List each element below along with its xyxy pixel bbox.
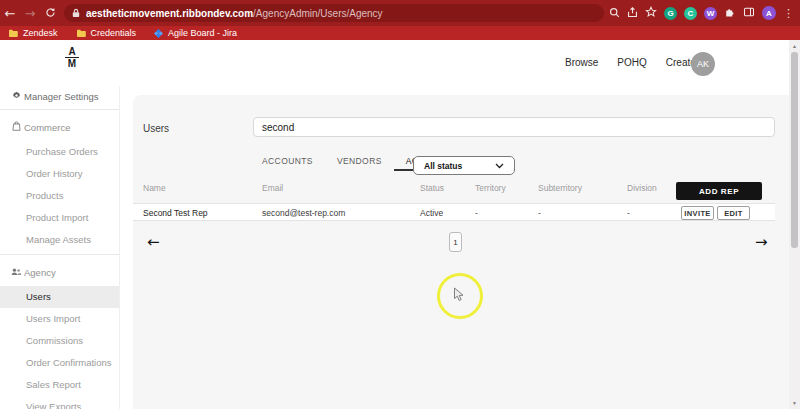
back-icon[interactable]: ← xyxy=(0,6,20,21)
column-header-status: Status xyxy=(420,183,444,193)
scroll-down-icon[interactable]: ▼ xyxy=(789,400,800,406)
cell-status: Active xyxy=(420,204,443,222)
column-header-subterritory: Subterritory xyxy=(538,183,582,193)
divider xyxy=(0,109,119,110)
column-header-territory: Territory xyxy=(475,183,506,193)
folder-icon xyxy=(76,29,86,37)
previous-page-arrow-icon[interactable]: ← xyxy=(147,233,160,251)
tab-accounts[interactable]: ACCOUNTS xyxy=(250,152,325,171)
sidebar-item-view-exports[interactable]: View Exports xyxy=(0,396,119,409)
bookmarks-bar: Zendesk Credentials Agile Board - Jira xyxy=(0,26,800,40)
w-extension-icon[interactable]: W xyxy=(704,7,717,20)
sidebar-item-order-history[interactable]: Order History xyxy=(0,163,119,185)
chevron-down-icon xyxy=(495,163,504,169)
nav-browse[interactable]: Browse xyxy=(565,57,598,68)
browser-window: ← → aestheticmovement.ribbondev.com/Agen… xyxy=(0,0,800,409)
folder-icon xyxy=(8,29,18,37)
sidebar-item-users-import[interactable]: Users Import xyxy=(0,308,119,330)
sidebar: Manager Settings Commerce Purchase Order… xyxy=(0,86,120,409)
mouse-cursor-icon xyxy=(452,287,465,306)
sidebar-item-order-confirmations[interactable]: Order Confirmations xyxy=(0,352,119,374)
divider xyxy=(0,254,119,255)
sidebar-item-product-import[interactable]: Product Import xyxy=(0,207,119,229)
cell-email: second@test-rep.com xyxy=(262,204,345,222)
search-input[interactable] xyxy=(253,117,775,137)
search-label: Users xyxy=(143,123,169,134)
add-rep-button[interactable]: ADD REP xyxy=(676,182,762,200)
table-row[interactable]: Second Test Rep second@test-rep.com Acti… xyxy=(133,203,775,221)
content-panel: Users ACCOUNTS VENDORS AGENCY All status… xyxy=(133,95,789,409)
column-header-email: Email xyxy=(262,183,283,193)
sidebar-section-agency[interactable]: Agency xyxy=(0,258,119,286)
sidebar-item-manage-assets[interactable]: Manage Assets xyxy=(0,229,119,251)
browser-menu-icon[interactable]: ⋮ xyxy=(783,7,794,20)
address-bar[interactable]: aestheticmovement.ribbondev.com/AgencyAd… xyxy=(64,4,604,22)
cell-name: Second Test Rep xyxy=(143,204,208,222)
column-header-division: Division xyxy=(627,183,657,193)
browser-toolbar: ← → aestheticmovement.ribbondev.com/Agen… xyxy=(0,0,800,26)
page-number[interactable]: 1 xyxy=(449,232,462,252)
bookmark-jira[interactable]: Agile Board - Jira xyxy=(154,28,237,38)
cell-subterritory: - xyxy=(538,204,541,222)
status-filter-dropdown[interactable]: All status xyxy=(413,156,515,175)
reload-icon[interactable] xyxy=(40,4,60,22)
sidebar-item-users[interactable]: Users xyxy=(0,286,119,308)
shopping-bag-icon xyxy=(11,121,22,133)
share-icon[interactable] xyxy=(627,4,638,22)
sidebar-item-products[interactable]: Products xyxy=(0,185,119,207)
forward-icon[interactable]: → xyxy=(20,6,40,21)
gear-icon xyxy=(11,91,22,102)
jira-icon xyxy=(154,29,163,38)
c-extension-icon[interactable]: C xyxy=(684,7,697,20)
user-avatar[interactable]: AK xyxy=(691,52,715,76)
bookmark-credentials[interactable]: Credentials xyxy=(76,28,137,38)
people-icon xyxy=(11,267,22,278)
sidebar-section-commerce[interactable]: Commerce xyxy=(0,113,119,141)
column-header-name: Name xyxy=(143,183,166,193)
page-scrollbar[interactable]: ▲ ▼ xyxy=(789,40,800,409)
side-panel-icon[interactable] xyxy=(743,4,755,22)
bookmark-star-icon[interactable] xyxy=(645,4,657,22)
sidebar-item-sales-report[interactable]: Sales Report xyxy=(0,374,119,396)
cell-territory: - xyxy=(475,204,478,222)
bookmark-zendesk[interactable]: Zendesk xyxy=(8,28,58,38)
grammarly-extension-icon[interactable]: G xyxy=(664,7,677,20)
nav-pohq[interactable]: POHQ xyxy=(617,57,646,68)
extensions-puzzle-icon[interactable] xyxy=(724,4,736,22)
url-text: aestheticmovement.ribbondev.com/AgencyAd… xyxy=(86,8,383,19)
cell-division: - xyxy=(627,204,630,222)
next-page-arrow-icon[interactable]: → xyxy=(755,233,768,251)
invite-button[interactable]: INVITE xyxy=(681,206,714,220)
lock-icon xyxy=(72,4,80,22)
app-page: A M Browse POHQ Create PO AK Manager Set… xyxy=(0,40,800,409)
search-icon[interactable] xyxy=(609,4,620,22)
browser-profile-avatar[interactable]: A xyxy=(762,6,776,20)
sidebar-item-purchase-orders[interactable]: Purchase Orders xyxy=(0,141,119,163)
scrollbar-thumb[interactable] xyxy=(791,52,798,248)
sidebar-item-manager-settings[interactable]: Manager Settings xyxy=(0,86,119,106)
am-logo[interactable]: A M xyxy=(64,47,80,68)
sidebar-item-commissions[interactable]: Commissions xyxy=(0,330,119,352)
scroll-up-icon[interactable]: ▲ xyxy=(789,43,800,49)
edit-button[interactable]: EDIT xyxy=(717,206,750,220)
tab-vendors[interactable]: VENDORS xyxy=(325,152,394,171)
